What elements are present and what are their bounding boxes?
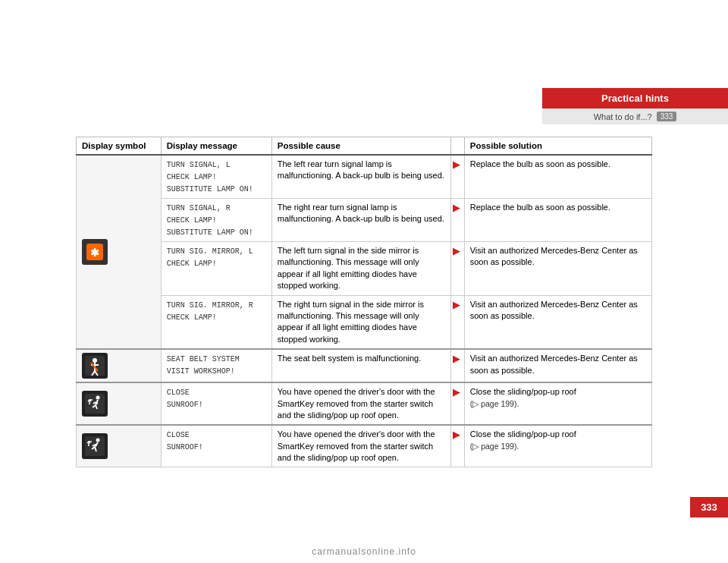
subsection-page-box: 333	[657, 112, 677, 121]
arrow-cell-3: ▶	[450, 242, 464, 296]
col-header-symbol: Display symbol	[77, 137, 162, 156]
arrow-cell-7: ▶	[450, 425, 464, 467]
cause-cell-6: You have opened the driver's door with t…	[271, 382, 450, 425]
svg-point-17	[96, 439, 100, 442]
cause-cell-4: The right turn signal in the side mirror…	[271, 295, 450, 349]
col-header-arrow	[450, 137, 464, 156]
symbol-cell-roof1	[77, 382, 162, 425]
section-label: Practical hints What to do if...? 333	[542, 88, 728, 124]
symbol-cell-roof2	[77, 425, 162, 467]
subsection-label: What to do if...?	[594, 112, 652, 121]
cause-cell-5: The seat belt system is malfunctioning.	[271, 349, 450, 382]
table-row: CLOSESUNROOF! You have opened the driver…	[77, 425, 652, 467]
section-label-sub: What to do if...? 333	[542, 109, 728, 124]
svg-line-22	[95, 445, 97, 445]
table-row: TURN SIGNAL, RCHECK LAMP!SUBSTITUTE LAMP…	[77, 199, 652, 242]
msg-cell-6: CLOSESUNROOF!	[161, 382, 271, 425]
solution-cell-4: Visit an authorized Mercedes-Benz Center…	[464, 295, 651, 349]
solution-cell-7: Close the sliding/pop-up roof(▷ page 199…	[464, 425, 651, 467]
table-header-row: Display symbol Display message Possible …	[77, 137, 652, 156]
msg-cell-5: SEAT BELT SYSTEMVISIT WORKSHOP!	[161, 349, 271, 382]
col-header-solution: Possible solution	[464, 137, 651, 156]
svg-point-10	[96, 396, 100, 400]
msg-cell-3: TURN SIG. MIRROR, LCHECK LAMP!	[161, 242, 271, 296]
cause-cell-7: You have opened the driver's door with t…	[271, 425, 450, 467]
arrow-cell-6: ▶	[450, 382, 464, 425]
svg-rect-9	[85, 394, 105, 414]
msg-cell-4: TURN SIG. MIRROR, RCHECK LAMP!	[161, 295, 271, 349]
table-row: TURN SIG. MIRROR, LCHECK LAMP! The left …	[77, 242, 652, 296]
msg-cell-7: CLOSESUNROOF!	[161, 425, 271, 467]
turn-signal-icon: ✱	[82, 239, 108, 265]
col-header-cause: Possible cause	[271, 137, 450, 156]
page-number: 333	[690, 497, 728, 517]
arrow-cell-2: ▶	[450, 199, 464, 242]
col-header-message: Display message	[161, 137, 271, 156]
sunroof1-icon	[82, 391, 108, 417]
cause-cell-3: The left turn signal in the side mirror …	[271, 242, 450, 296]
arrow-cell-5: ▶	[450, 349, 464, 382]
svg-text:✱: ✱	[90, 247, 99, 259]
symbol-cell-seatbelt	[77, 349, 162, 382]
cause-cell-1: The left rear turn signal lamp is malfun…	[271, 155, 450, 199]
solution-cell-2: Replace the bulb as soon as possible.	[464, 199, 651, 242]
table-row: TURN SIG. MIRROR, RCHECK LAMP! The right…	[77, 295, 652, 349]
arrow-cell-4: ▶	[450, 295, 464, 349]
solution-cell-1: Replace the bulb as soon as possible.	[464, 155, 651, 199]
section-label-main: Practical hints	[542, 88, 728, 109]
solution-cell-3: Visit an authorized Mercedes-Benz Center…	[464, 242, 651, 296]
table-row: SEAT BELT SYSTEMVISIT WORKSHOP! The seat…	[77, 349, 652, 382]
solution-cell-6: Close the sliding/pop-up roof(▷ page 199…	[464, 382, 651, 425]
symbol-cell-turn: ✱	[77, 155, 162, 349]
main-table-container: Display symbol Display message Possible …	[76, 137, 652, 472]
arrow-cell-1: ▶	[450, 155, 464, 199]
msg-cell-1: TURN SIGNAL, LCHECK LAMP!SUBSTITUTE LAMP…	[161, 155, 271, 199]
display-table: Display symbol Display message Possible …	[76, 137, 652, 467]
table-row: ✱ TURN SIGNAL, LCHECK LAMP!SUBSTITUTE LA…	[77, 155, 652, 199]
solution-cell-5: Visit an authorized Mercedes-Benz Center…	[464, 349, 651, 382]
table-row: CLOSESUNROOF! You have opened the driver…	[77, 382, 652, 425]
sunroof2-icon	[82, 433, 108, 459]
msg-cell-2: TURN SIGNAL, RCHECK LAMP!SUBSTITUTE LAMP…	[161, 199, 271, 242]
svg-point-3	[93, 358, 97, 363]
seatbelt-icon	[82, 353, 108, 379]
cause-cell-2: The right rear turn signal lamp is malfu…	[271, 199, 450, 242]
watermark: carmanualsonline.info	[0, 546, 728, 557]
